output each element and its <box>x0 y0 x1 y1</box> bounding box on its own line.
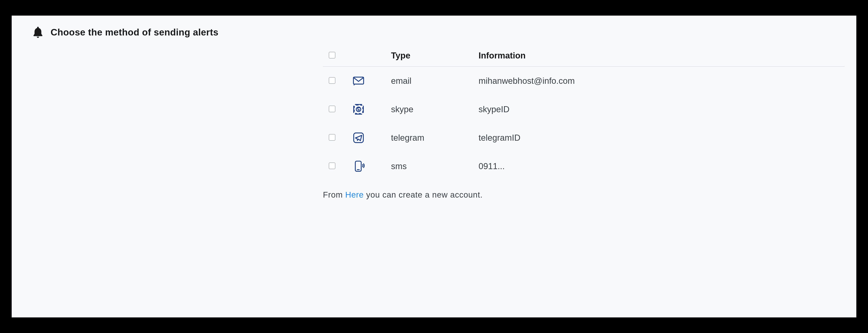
row-info: 0911... <box>473 152 845 181</box>
table-row: email mihanwebhost@info.com <box>323 66 845 95</box>
email-icon <box>352 75 365 87</box>
table-row: skype skypeID <box>323 95 845 123</box>
panel-header: Choose the method of sending alerts <box>31 25 845 39</box>
col-header-info: Information <box>473 47 845 66</box>
row-info: mihanwebhost@info.com <box>473 66 845 95</box>
panel-title: Choose the method of sending alerts <box>51 27 218 37</box>
row-checkbox-email[interactable] <box>329 77 335 84</box>
row-checkbox-sms[interactable] <box>329 163 335 169</box>
select-all-checkbox[interactable] <box>329 52 335 58</box>
row-info: skypeID <box>473 95 845 123</box>
table-row: telegram telegramID <box>323 123 845 152</box>
row-checkbox-telegram[interactable] <box>329 134 335 141</box>
telegram-icon <box>352 131 365 144</box>
alerts-table-wrap: Type Information <box>323 47 845 199</box>
sms-icon <box>352 160 365 173</box>
row-type: sms <box>385 152 473 181</box>
row-type: email <box>385 66 473 95</box>
footer-prefix: From <box>323 190 345 199</box>
footer-line: From Here you can create a new account. <box>323 190 845 199</box>
create-account-link[interactable]: Here <box>345 190 364 199</box>
alerts-panel: Choose the method of sending alerts Type… <box>12 16 856 317</box>
bell-icon <box>31 25 45 39</box>
table-row: sms 0911... <box>323 152 845 181</box>
row-info: telegramID <box>473 123 845 152</box>
footer-suffix: you can create a new account. <box>364 190 483 199</box>
col-header-type: Type <box>385 47 473 66</box>
row-type: telegram <box>385 123 473 152</box>
row-checkbox-skype[interactable] <box>329 106 335 112</box>
skype-icon <box>352 103 365 116</box>
row-type: skype <box>385 95 473 123</box>
alerts-table: Type Information <box>323 47 845 181</box>
